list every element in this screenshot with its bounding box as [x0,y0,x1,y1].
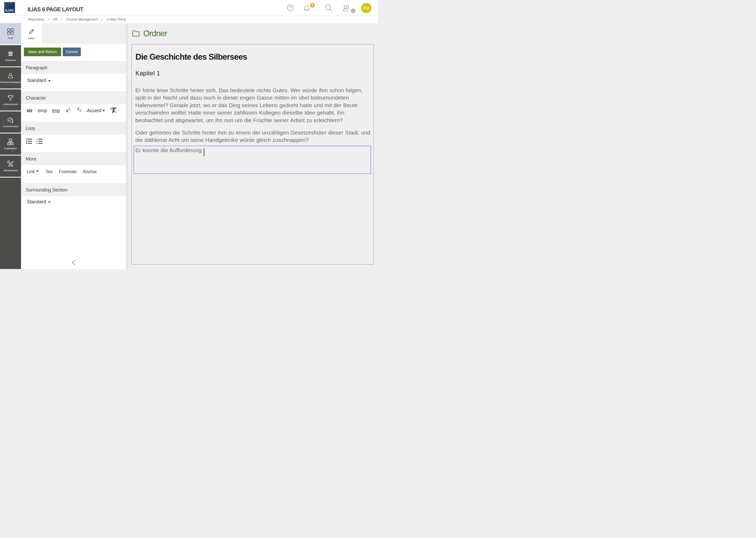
svg-text:?: ? [289,5,292,10]
svg-text:3: 3 [36,142,37,144]
